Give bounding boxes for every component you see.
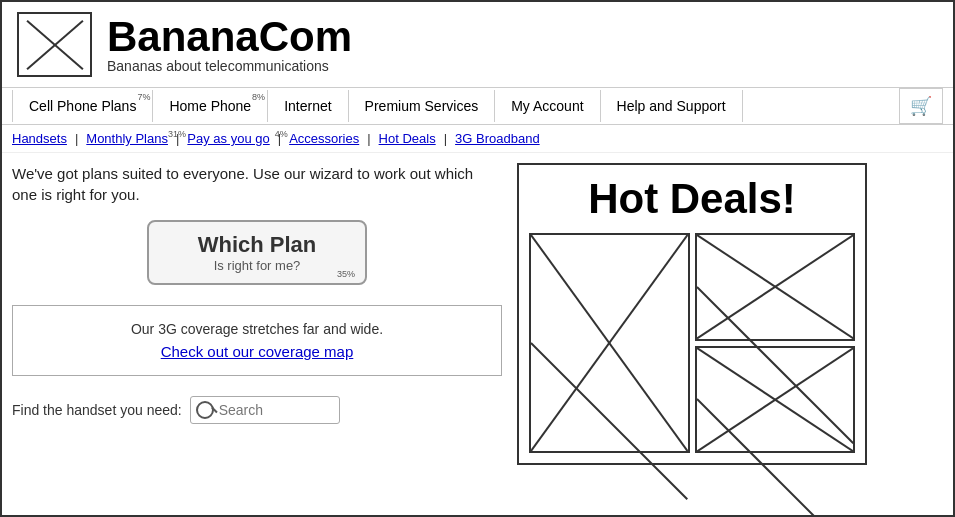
nav-badge-1: 8%	[252, 92, 265, 102]
hot-deal-item-2[interactable]	[695, 346, 856, 454]
subnav-handsets[interactable]: Handsets	[12, 131, 67, 146]
coverage-box: Our 3G coverage stretches far and wide. …	[12, 305, 502, 376]
logo-text: BananaCom Bananas about telecommunicatio…	[107, 16, 352, 74]
nav-my-account[interactable]: My Account	[495, 90, 600, 122]
nav-internet[interactable]: Internet	[268, 90, 348, 122]
cart-button[interactable]: 🛒	[899, 88, 943, 124]
left-column: We've got plans suited to everyone. Use …	[12, 163, 502, 465]
search-input[interactable]	[190, 396, 340, 424]
which-plan-main-text: Which Plan	[198, 232, 317, 258]
search-label: Find the handset you need:	[12, 402, 182, 418]
subnav-sep-0: |	[75, 131, 78, 146]
which-plan-button[interactable]: Which Plan Is right for me? 35%	[147, 220, 367, 285]
logo-image	[17, 12, 92, 77]
nav-internet-label: Internet	[284, 98, 331, 114]
intro-text: We've got plans suited to everyone. Use …	[12, 163, 502, 205]
coverage-map-link[interactable]: Check out our coverage map	[161, 343, 354, 360]
main-nav: Cell Phone Plans 7% Home Phone 8% Intern…	[2, 88, 953, 125]
subnav-badge-2: 4%	[275, 129, 288, 139]
hot-deals-title: Hot Deals!	[529, 175, 855, 223]
main-content: We've got plans suited to everyone. Use …	[2, 153, 953, 475]
nav-cell-phone-plans[interactable]: Cell Phone Plans 7%	[12, 90, 153, 122]
hot-deal-item-1[interactable]	[695, 233, 856, 341]
nav-badge-0: 7%	[137, 92, 150, 102]
nav-premium-services[interactable]: Premium Services	[349, 90, 496, 122]
nav-premium-services-label: Premium Services	[365, 98, 479, 114]
nav-help-support[interactable]: Help and Support	[601, 90, 743, 122]
which-plan-badge: 35%	[337, 269, 355, 279]
subnav-monthly-plans[interactable]: Monthly Plans 31%	[86, 131, 168, 146]
header: BananaCom Bananas about telecommunicatio…	[2, 2, 953, 88]
nav-home-phone-label: Home Phone	[169, 98, 251, 114]
nav-home-phone[interactable]: Home Phone 8%	[153, 90, 268, 122]
search-input-wrap	[190, 396, 340, 424]
right-column: Hot Deals!	[517, 163, 867, 465]
nav-my-account-label: My Account	[511, 98, 583, 114]
subnav-sep-4: |	[444, 131, 447, 146]
hot-deal-item-0[interactable]	[529, 233, 690, 453]
subnav-badge-1: 31%	[168, 129, 186, 139]
nav-help-support-label: Help and Support	[617, 98, 726, 114]
coverage-description: Our 3G coverage stretches far and wide.	[33, 321, 481, 337]
subnav-3g-broadband[interactable]: 3G Broadband	[455, 131, 540, 146]
subnav-hot-deals[interactable]: Hot Deals	[379, 131, 436, 146]
nav-cell-phone-plans-label: Cell Phone Plans	[29, 98, 136, 114]
hot-deals-container: Hot Deals!	[517, 163, 867, 465]
subnav-pay-as-you-go[interactable]: Pay as you go 4%	[187, 131, 269, 146]
brand-name: BananaCom	[107, 16, 352, 58]
search-row: Find the handset you need:	[12, 396, 502, 424]
tagline: Bananas about telecommunications	[107, 58, 352, 74]
subnav-sep-3: |	[367, 131, 370, 146]
which-plan-sub-text: Is right for me?	[214, 258, 301, 273]
hot-deals-grid	[529, 233, 855, 453]
subnav-accessories[interactable]: Accessories	[289, 131, 359, 146]
sub-nav: Handsets | Monthly Plans 31% | Pay as yo…	[2, 125, 953, 153]
